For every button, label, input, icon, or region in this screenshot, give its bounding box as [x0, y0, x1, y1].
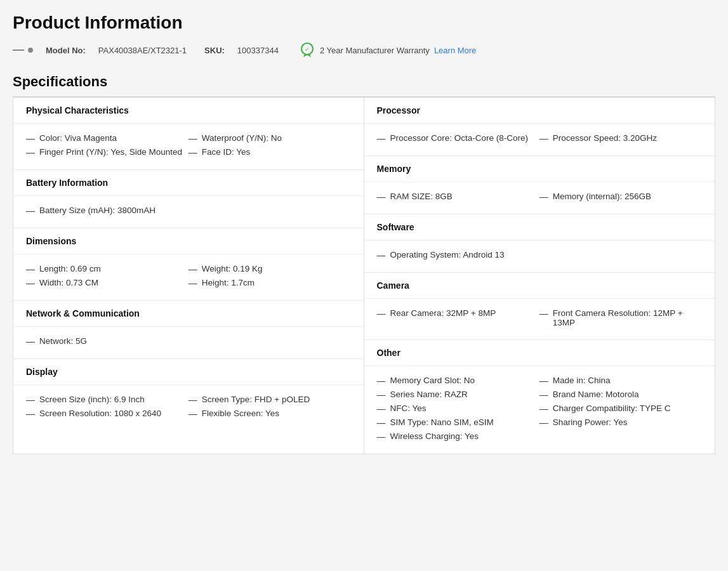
spec-dash: —	[26, 264, 35, 274]
spec-dash: —	[26, 278, 35, 288]
spec-dash: —	[539, 404, 548, 414]
section-header-physical: Physical Characteristics	[13, 98, 364, 124]
spec-value: Color: Viva Magenta	[39, 133, 117, 143]
spec-item: —Rear Camera: 32MP + 8MP	[377, 306, 539, 329]
spec-value: Charger Compatibility: TYPE C	[553, 404, 671, 413]
section-software: Software—Operating System: Android 13	[364, 214, 715, 273]
spec-dash: —	[26, 395, 35, 405]
spec-item: —Weight: 0.19 Kg	[189, 262, 351, 276]
section-body-other: —Memory Card Slot: No—Made in: China—Ser…	[364, 366, 715, 454]
spec-item: —Waterproof (Y/N): No	[189, 131, 351, 145]
section-processor: Processor—Processor Core: Octa-Core (8-C…	[364, 98, 715, 156]
spec-dash: —	[377, 417, 386, 428]
spec-item: —Sharing Power: Yes	[539, 416, 702, 430]
spec-dash: —	[26, 409, 35, 419]
spec-row: —NFC: Yes—Charger Compatibility: TYPE C	[377, 402, 703, 416]
spec-dash: —	[377, 404, 386, 414]
spec-value: Wireless Charging: Yes	[390, 431, 479, 441]
spec-value: Brand Name: Motorola	[553, 390, 639, 399]
spec-value: Series Name: RAZR	[390, 390, 468, 399]
section-network: Network & Communication—Network: 5G	[13, 301, 364, 359]
spec-value: Processor Core: Octa-Core (8-Core)	[390, 133, 529, 143]
spec-row: —SIM Type: Nano SIM, eSIM—Sharing Power:…	[377, 416, 703, 430]
spec-dash: —	[377, 250, 386, 260]
spec-dash: —	[26, 147, 35, 157]
spec-item: —NFC: Yes	[377, 402, 539, 416]
spec-item: —SIM Type: Nano SIM, eSIM	[377, 416, 539, 430]
spec-value: Screen Size (inch): 6.9 Inch	[39, 395, 145, 404]
spec-item: —Battery Size (mAH): 3800mAH	[26, 204, 351, 218]
spec-item: —Finger Print (Y/N): Yes, Side Mounted	[26, 145, 189, 159]
spec-value: Made in: China	[553, 376, 611, 385]
section-header-processor: Processor	[364, 98, 715, 124]
sku-label: SKU:	[204, 46, 225, 55]
spec-row: —Color: Viva Magenta—Waterproof (Y/N): N…	[26, 131, 351, 145]
spec-item: —Brand Name: Motorola	[539, 388, 702, 402]
spec-value: Flexible Screen: Yes	[202, 409, 279, 418]
spec-dash: —	[377, 308, 386, 318]
spec-row: —Length: 0.69 cm—Weight: 0.19 Kg	[26, 262, 351, 276]
spec-value: Weight: 0.19 Kg	[202, 264, 263, 273]
spec-value: Rear Camera: 32MP + 8MP	[390, 308, 496, 318]
section-body-network: —Network: 5G	[13, 327, 364, 358]
svg-text:✓: ✓	[305, 46, 310, 53]
spec-item: —Made in: China	[539, 374, 702, 388]
spec-value: Screen Resolution: 1080 x 2640	[39, 409, 161, 418]
spec-item: —Processor Speed: 3.20GHz	[539, 131, 702, 145]
spec-value: Network: 5G	[39, 336, 87, 346]
spec-value: Battery Size (mAH): 3800mAH	[39, 206, 156, 215]
warranty-learn-more-link[interactable]: Learn More	[434, 46, 476, 55]
spec-dash: —	[189, 264, 197, 274]
spec-dash: —	[539, 133, 548, 143]
spec-dash: —	[189, 278, 197, 288]
spec-value: Height: 1.7cm	[202, 278, 255, 287]
spec-dash: —	[189, 147, 197, 157]
spec-dash: —	[539, 192, 548, 202]
spec-value: Finger Print (Y/N): Yes, Side Mounted	[39, 147, 182, 157]
spec-value: NFC: Yes	[390, 404, 427, 413]
spec-row: —Rear Camera: 32MP + 8MP—Front Camera Re…	[377, 306, 703, 329]
spec-dash: —	[377, 390, 386, 400]
spec-item: —Height: 1.7cm	[189, 276, 351, 290]
spec-item: —Screen Resolution: 1080 x 2640	[26, 407, 189, 421]
spec-item: —RAM SIZE: 8GB	[377, 190, 539, 204]
spec-dash: —	[26, 206, 35, 216]
spec-item: —Series Name: RAZR	[377, 388, 539, 402]
section-body-dimensions: —Length: 0.69 cm—Weight: 0.19 Kg—Width: …	[13, 254, 364, 300]
section-header-network: Network & Communication	[13, 301, 364, 327]
spec-value: Screen Type: FHD + pOLED	[202, 395, 310, 404]
spec-value: SIM Type: Nano SIM, eSIM	[390, 417, 494, 427]
spec-item: —Processor Core: Octa-Core (8-Core)	[377, 131, 539, 145]
section-header-battery: Battery Information	[13, 170, 364, 196]
section-body-software: —Operating System: Android 13	[364, 240, 715, 272]
spec-dash: —	[189, 133, 197, 143]
spec-item: —Color: Viva Magenta	[26, 131, 189, 145]
spec-item: —Flexible Screen: Yes	[189, 407, 351, 421]
section-memory: Memory—RAM SIZE: 8GB—Memory (internal): …	[364, 156, 715, 214]
spec-row: —Memory Card Slot: No—Made in: China	[377, 374, 703, 388]
spec-dash: —	[26, 336, 35, 346]
section-other: Other—Memory Card Slot: No—Made in: Chin…	[364, 340, 715, 454]
spec-row: —Processor Core: Octa-Core (8-Core)—Proc…	[377, 131, 703, 145]
spec-row: —Series Name: RAZR—Brand Name: Motorola	[377, 388, 703, 402]
section-body-battery: —Battery Size (mAH): 3800mAH	[13, 196, 364, 228]
warranty-badge-icon: ✓	[299, 42, 315, 58]
section-battery: Battery Information—Battery Size (mAH): …	[13, 170, 364, 228]
product-title: Product Information	[13, 13, 715, 33]
specs-title: Specifications	[13, 74, 715, 90]
spec-item: —Front Camera Resolution: 12MP + 13MP	[539, 306, 702, 329]
spec-dash: —	[539, 308, 548, 318]
spec-item: —Face ID: Yes	[189, 145, 351, 159]
warranty-text: 2 Year Manufacturer Warranty	[320, 46, 430, 55]
spec-row: —Wireless Charging: Yes	[377, 430, 703, 443]
spec-value: RAM SIZE: 8GB	[390, 192, 453, 201]
section-body-camera: —Rear Camera: 32MP + 8MP—Front Camera Re…	[364, 299, 715, 339]
model-label: Model No:	[46, 46, 86, 55]
spec-value: Memory (internal): 256GB	[553, 192, 651, 201]
spec-value: Sharing Power: Yes	[553, 417, 628, 427]
spec-item: —Width: 0.73 CM	[26, 276, 189, 290]
spec-value: Front Camera Resolution: 12MP + 13MP	[553, 308, 702, 327]
spec-value: Length: 0.69 cm	[39, 264, 101, 273]
spec-row: —Screen Size (inch): 6.9 Inch—Screen Typ…	[26, 393, 351, 407]
spec-item: —Charger Compatibility: TYPE C	[539, 402, 702, 416]
